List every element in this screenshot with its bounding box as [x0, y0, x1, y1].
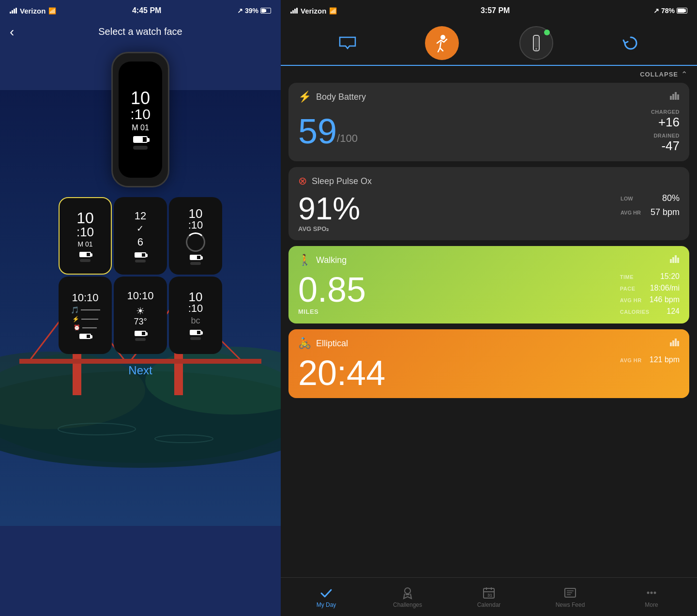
watch-time-top: 10 [131, 90, 150, 107]
watch-battery-icon [133, 136, 148, 143]
el-avghr-value: 121 bpm [650, 355, 680, 364]
walking-chart-bars-icon [670, 255, 680, 263]
watch-screen: 10 :10 M 01 [119, 62, 162, 178]
spo2-main-label: AVG SPO₂ [298, 225, 360, 232]
tab-more[interactable]: More [611, 586, 692, 608]
wk-avghr-label: AVG HR [620, 297, 642, 303]
bb-main-value: 59 [298, 114, 337, 149]
walking-chart-icon[interactable] [670, 255, 680, 265]
svg-rect-26 [675, 255, 677, 263]
watch-face-5[interactable]: 10:10 ☀ 73° [114, 277, 167, 354]
tab-my-day[interactable]: My Day [286, 586, 367, 608]
svg-point-19 [535, 48, 537, 50]
spo2-low-label: LOW [621, 196, 633, 201]
gps-icon-right: ↗ [653, 7, 659, 15]
svg-rect-22 [675, 92, 677, 100]
wf1-time: 10 [76, 210, 94, 226]
wf2-btn [135, 260, 146, 262]
wf1-battery [79, 252, 91, 257]
battery-tip-left [265, 9, 266, 12]
body-battery-title: Body Battery [316, 92, 366, 102]
svg-rect-21 [672, 94, 674, 100]
watch-face-1[interactable]: 10 :10 M 01 [59, 197, 112, 275]
watch-face-3[interactable]: 10 :10 [169, 197, 222, 275]
svg-rect-24 [670, 259, 672, 263]
carrier-name-right: Verizon [301, 7, 326, 15]
wf5-battery-fill [136, 332, 142, 335]
device-button[interactable] [519, 26, 553, 60]
elliptical-main-value: 20:44 [298, 355, 385, 390]
nav-header: ‹ Select a watch face [0, 21, 281, 42]
status-bar-left: Verizon 📶 4:45 PM ↗ 39% [0, 0, 281, 21]
elliptical-chart-bars-icon [670, 339, 680, 346]
wf6-time: 10 [189, 291, 203, 303]
watch-device-preview: 10 :10 M 01 [111, 52, 169, 187]
wf1-battery-fill [80, 253, 87, 256]
battery-pct-left: 39% [245, 7, 258, 15]
right-content[interactable]: ⚡ Body Battery 59 /100 [281, 83, 697, 616]
wf6-btn [190, 337, 201, 340]
tab-news-feed[interactable]: News Feed [530, 586, 611, 608]
wf1-btn [80, 259, 91, 262]
inbox-button[interactable] [331, 26, 364, 60]
watch-face-4[interactable]: 10:10 🎵 ⚡ ⏰ [59, 277, 112, 354]
elliptical-icon: 🚴 [298, 337, 311, 350]
top-icon-bar [281, 21, 697, 65]
wf5-sun-icon: ☀ [136, 305, 145, 317]
walking-main-value: 0.85 [298, 272, 620, 307]
wf2-content: 12 ✓ 6 [135, 210, 146, 262]
profile-icon [432, 33, 452, 53]
next-button[interactable]: Next [128, 364, 152, 377]
watch-face-2[interactable]: 12 ✓ 6 [114, 197, 167, 275]
walking-card-header: 🚶 Walking [298, 254, 680, 266]
svg-rect-20 [670, 96, 672, 100]
svg-point-43 [647, 591, 650, 594]
svg-rect-29 [672, 340, 674, 346]
svg-rect-25 [672, 257, 674, 263]
battery-tip-right [684, 9, 686, 12]
wf5-btn [135, 338, 146, 341]
chart-bars-icon [670, 92, 680, 100]
spo2-main-value: 91% [298, 193, 360, 224]
wf6-battery [190, 330, 201, 335]
time-right: 3:57 PM [481, 6, 510, 15]
wf4-bar3 [82, 327, 97, 328]
wf2-num2: 6 [137, 236, 143, 248]
profile-button[interactable] [425, 26, 459, 60]
svg-point-44 [651, 591, 653, 594]
svg-rect-11 [19, 359, 261, 364]
walking-icon: 🚶 [298, 254, 311, 266]
wk-avghr-value: 146 bpm [650, 295, 680, 304]
collapse-chevron-icon[interactable]: ⌃ [681, 70, 687, 79]
back-button[interactable]: ‹ [10, 24, 14, 40]
status-bar-right: Verizon 📶 3:57 PM ↗ 78% [281, 0, 697, 21]
bb-title-group: ⚡ Body Battery [298, 91, 366, 103]
watch-faces-grid-row2: 10:10 🎵 ⚡ ⏰ 10:10 ☀ 73° [59, 277, 222, 354]
watch-battery-fill [134, 137, 143, 142]
watch-face-6[interactable]: 10 :10 bc [169, 277, 222, 354]
wf5-temp: 73° [134, 317, 147, 327]
body-battery-icon: ⚡ [298, 91, 311, 103]
wf4-icons2: ⚡ [72, 316, 98, 323]
tab-calendar[interactable]: 31 Calendar [448, 586, 530, 608]
sleep-pulse-ox-card: ⊗ Sleep Pulse Ox 91% AVG SPO₂ LOW 80% AV… [288, 167, 689, 240]
elliptical-chart-icon[interactable] [670, 339, 680, 349]
svg-rect-23 [677, 94, 679, 100]
wf2-battery [135, 252, 146, 258]
bb-chart-icon[interactable] [670, 92, 680, 102]
watch-faces-grid-row1: 10 :10 M 01 12 ✓ 6 10 :10 [59, 197, 222, 275]
collapse-label[interactable]: COLLAPSE [640, 71, 678, 78]
tab-challenges[interactable]: Challenges [367, 586, 448, 608]
wk-pace-label: PACE [620, 286, 636, 292]
wf2-battery-fill [136, 253, 142, 257]
tab-my-day-label: My Day [317, 601, 336, 608]
device-icon [528, 34, 545, 52]
inbox-icon [337, 32, 358, 54]
refresh-button[interactable] [614, 26, 648, 60]
spo2-avghr-label: AVG HR [621, 210, 641, 216]
elliptical-title: Elliptical [316, 339, 348, 349]
wf4-time: 10:10 [72, 292, 98, 304]
news-feed-icon [563, 586, 577, 600]
wifi-icon-right: 📶 [329, 7, 337, 15]
carrier-name-left: Verizon [20, 7, 45, 15]
